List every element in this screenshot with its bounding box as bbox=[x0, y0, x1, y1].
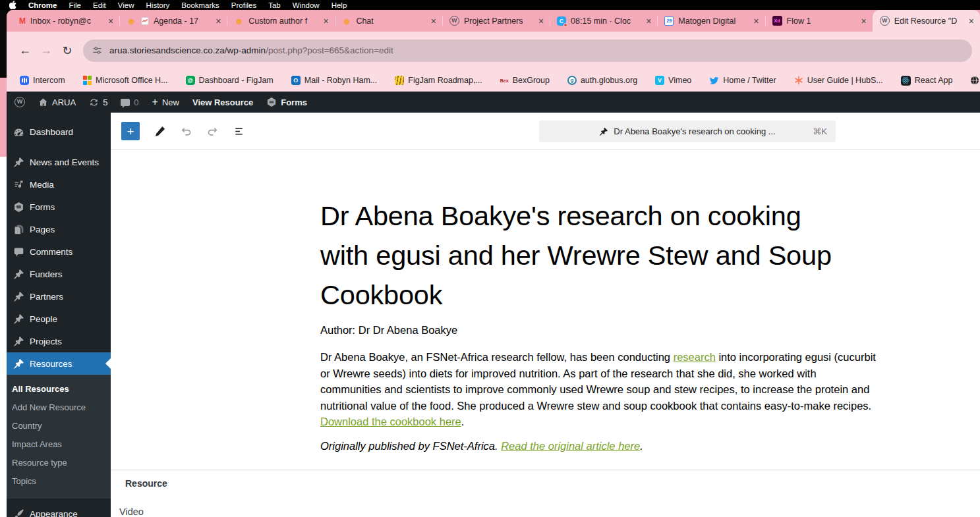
menu-history[interactable]: History bbox=[146, 1, 170, 9]
metabox-field-label: Video bbox=[119, 506, 144, 517]
sidebar-item-pages[interactable]: Pages bbox=[7, 218, 111, 240]
browser-tab[interactable]: WEdit Resource "D× bbox=[873, 10, 980, 32]
forms-menu[interactable]: Forms bbox=[266, 97, 307, 107]
post-author-line[interactable]: Author: Dr Dr Abena Boakye bbox=[320, 324, 457, 337]
wp-logo-menu[interactable]: W bbox=[14, 97, 25, 107]
document-title: Dr Abena Boakye's research on cooking ..… bbox=[614, 126, 775, 136]
menu-window[interactable]: Window bbox=[293, 1, 320, 9]
site-settings-icon[interactable] bbox=[92, 45, 102, 55]
background-window-edge bbox=[0, 78, 7, 157]
content-link[interactable]: Download the cookbook here bbox=[320, 416, 461, 427]
pin-icon bbox=[13, 269, 24, 280]
redo-icon[interactable] bbox=[206, 125, 219, 138]
browser-tab[interactable]: ☻Chat× bbox=[335, 10, 442, 32]
tab-close-icon[interactable]: × bbox=[861, 16, 867, 26]
bookmark-item[interactable]: BexBexGroup bbox=[500, 76, 550, 85]
bookmark-item[interactable]: React App bbox=[901, 76, 953, 86]
forward-button[interactable]: → bbox=[36, 43, 57, 57]
reload-button[interactable]: ↻ bbox=[57, 43, 78, 58]
tab-close-icon[interactable]: × bbox=[431, 16, 436, 26]
menu-file[interactable]: File bbox=[69, 1, 81, 9]
bookmark-item[interactable]: Intercom bbox=[20, 76, 65, 85]
sidebar-item-news-and-events[interactable]: News and Events bbox=[7, 151, 111, 173]
sidebar-item-appearance[interactable]: Appearance bbox=[7, 503, 111, 517]
submenu-item-country[interactable]: Country bbox=[7, 417, 111, 435]
updates-menu[interactable]: 5 bbox=[89, 97, 107, 107]
bookmark-item[interactable]: FigJam Roadmap,... bbox=[395, 76, 482, 85]
sidebar-item-funders[interactable]: Funders bbox=[7, 263, 111, 285]
browser-tab[interactable]: C08:15 min · Cloc× bbox=[550, 10, 657, 32]
browser-tab[interactable]: ☻Custom author f× bbox=[227, 10, 334, 32]
comments-icon bbox=[121, 99, 130, 106]
menu-profiles[interactable]: Profiles bbox=[231, 1, 256, 9]
metabox-heading[interactable]: Resource bbox=[125, 478, 167, 489]
menu-help[interactable]: Help bbox=[331, 1, 347, 9]
bookmark-item[interactable]: https://my-ac bbox=[970, 76, 980, 85]
submenu-item-resource-type[interactable]: Resource type bbox=[7, 454, 111, 472]
sidebar-item-resources[interactable]: Resources bbox=[7, 352, 111, 375]
browser-tab[interactable]: WProject Partners× bbox=[442, 10, 550, 32]
sidebar-item-people[interactable]: People bbox=[7, 308, 111, 330]
tab-close-icon[interactable]: × bbox=[108, 16, 113, 26]
wp-admin-menu: DashboardNews and EventsMediaFormsPagesC… bbox=[7, 121, 111, 375]
block-inserter-button[interactable]: + bbox=[121, 122, 140, 140]
submenu-item-topics[interactable]: Topics bbox=[7, 472, 111, 491]
menu-tab[interactable]: Tab bbox=[268, 1, 281, 9]
tab-title: Custom author f bbox=[248, 16, 318, 26]
tab-close-icon[interactable]: × bbox=[753, 16, 759, 26]
plus-icon: + bbox=[152, 97, 158, 107]
menu-chrome[interactable]: Chrome bbox=[28, 1, 57, 9]
sidebar-item-forms[interactable]: Forms bbox=[7, 196, 111, 218]
post-paragraph[interactable]: Dr Abena Boakye, an FSNet-Africa researc… bbox=[320, 349, 878, 430]
sidebar-item-comments[interactable]: Comments bbox=[7, 240, 111, 263]
tab-close-icon[interactable]: × bbox=[538, 16, 544, 26]
site-name-label: ARUA bbox=[52, 97, 76, 107]
tab-close-icon[interactable]: × bbox=[323, 16, 328, 26]
submenu-item-impact-areas[interactable]: Impact Areas bbox=[7, 435, 111, 454]
tab-close-icon[interactable]: × bbox=[216, 16, 221, 26]
edit-mode-icon[interactable] bbox=[154, 125, 166, 138]
bookmark-item[interactable]: User Guide | HubS... bbox=[794, 76, 883, 85]
submenu-item-all-resources[interactable]: All Resources bbox=[7, 380, 111, 398]
list-view-icon[interactable] bbox=[233, 125, 245, 138]
view-resource-menu[interactable]: View Resource bbox=[192, 97, 253, 107]
menu-edit[interactable]: Edit bbox=[93, 1, 106, 9]
media-icon bbox=[13, 179, 24, 190]
bookmark-item[interactable]: OMail - Robyn Ham... bbox=[291, 76, 377, 85]
bex-icon: Bex bbox=[500, 78, 509, 83]
menu-view[interactable]: View bbox=[118, 1, 134, 9]
sidebar-item-dashboard[interactable]: Dashboard bbox=[7, 121, 111, 143]
sidebar-item-projects[interactable]: Projects bbox=[7, 330, 111, 352]
tab-close-icon[interactable]: × bbox=[646, 16, 651, 26]
document-title-pill[interactable]: Dr Abena Boakye's research on cooking ..… bbox=[539, 121, 836, 142]
new-content-menu[interactable]: + New bbox=[152, 97, 179, 107]
browser-tab[interactable]: ☻Agenda - 17× bbox=[119, 10, 227, 32]
browser-tab[interactable]: XdFlow 1× bbox=[765, 10, 873, 32]
content-link[interactable]: research bbox=[674, 351, 716, 363]
bookmark-item[interactable]: gauth.globus.org bbox=[567, 76, 637, 85]
submenu-item-add-new-resource[interactable]: Add New Resource bbox=[7, 398, 111, 417]
apple-logo-icon[interactable] bbox=[9, 1, 16, 9]
undo-icon[interactable] bbox=[180, 125, 192, 138]
post-title[interactable]: Dr Abena Boakye's research on cooking wi… bbox=[320, 196, 848, 315]
sidebar-item-partners[interactable]: Partners bbox=[7, 285, 111, 308]
sidebar-item-media[interactable]: Media bbox=[7, 173, 111, 196]
new-label: New bbox=[162, 97, 179, 107]
site-name-menu[interactable]: ARUA bbox=[38, 97, 76, 107]
tab-close-icon[interactable]: × bbox=[969, 16, 974, 26]
browser-tab[interactable]: 29Matogen Digital× bbox=[657, 10, 764, 32]
back-button[interactable]: ← bbox=[14, 43, 36, 57]
bookmark-item[interactable]: VVimeo bbox=[655, 76, 691, 85]
wp-admin-bar: W ARUA 5 0 + New View Resource bbox=[7, 92, 980, 113]
pin-icon bbox=[13, 336, 24, 347]
content-link[interactable]: Read the original article here bbox=[501, 440, 640, 452]
bookmark-item[interactable]: Home / Twitter bbox=[709, 76, 776, 86]
address-bar[interactable]: arua.storiesandscience.co.za/wp-admin/po… bbox=[83, 40, 972, 62]
browser-tab[interactable]: MInbox - robyn@c× bbox=[12, 10, 119, 32]
bookmark-item[interactable]: @Dashboard - FigJam bbox=[186, 76, 274, 85]
menu-bookmarks[interactable]: Bookmarks bbox=[181, 1, 219, 9]
comments-menu[interactable]: 0 bbox=[121, 97, 138, 107]
tab-title: Chat bbox=[356, 16, 426, 26]
post-source-line[interactable]: Originally published by FSNet-Africa. Re… bbox=[320, 440, 643, 452]
bookmark-item[interactable]: Microsoft Office H... bbox=[83, 76, 168, 85]
